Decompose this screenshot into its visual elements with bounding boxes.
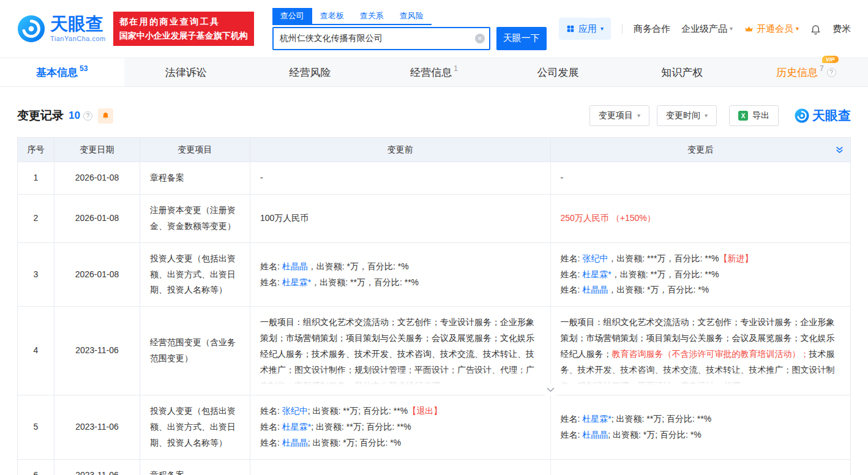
cell-text: 姓名: — [260, 438, 282, 447]
person-link[interactable]: 杜星霖* — [582, 414, 611, 424]
search-tab-company[interactable]: 查公司 — [272, 8, 312, 24]
cell-content: - — [561, 468, 841, 475]
caret-down-icon: ▾ — [600, 26, 604, 32]
tianyancha-logo-icon — [17, 15, 45, 43]
clear-search-icon[interactable]: ✕ — [475, 34, 485, 43]
cell-text: 【新进】 — [719, 253, 754, 263]
export-button[interactable]: X 导出 — [729, 105, 779, 126]
apps-label: 应用 — [578, 23, 597, 35]
expand-all-icon[interactable] — [835, 145, 844, 154]
person-link[interactable]: 杜星霖* — [282, 422, 311, 432]
row-before: - — [250, 162, 551, 195]
tab-history-info[interactable]: VIP 历史信息 7 ? — [744, 58, 868, 86]
caret-down-icon: ▾ — [730, 26, 733, 32]
tab-basic-info[interactable]: 基本信息 53 — [0, 58, 124, 86]
person-link[interactable]: 张纪中 — [582, 253, 608, 263]
person-link[interactable]: 张纪中 — [282, 406, 308, 416]
cell-text: 250万人民币 （+150%） — [561, 213, 656, 223]
cell-content: 250万人民币 （+150%） — [561, 211, 841, 226]
change-records-table: 序号 变更日期 变更项目 变更前 变更后 12026-01-08章程备案--22… — [17, 137, 851, 475]
row-before: 100万人民币 — [250, 194, 551, 242]
person-link[interactable]: 杜晶晶 — [282, 261, 308, 271]
cell-text: 教育咨询服务（不含涉许可审批的教育培训活动）； — [612, 349, 809, 359]
tab-count: 53 — [80, 64, 88, 73]
row-change-item: 经营范围变更（含业务范围变更） — [140, 307, 250, 395]
person-link[interactable]: 杜星霖* — [582, 269, 611, 279]
cell-text: ; 出资额: **万; 百分比: **% — [311, 422, 411, 432]
help-icon[interactable]: ? — [83, 111, 92, 121]
cell-text: 一般项目：组织文化艺术交流活动；文艺创作；专业设计服务；企业形象策划；市场营销策… — [260, 317, 534, 387]
cell-text: ，出资额: ***万，百分比: **% — [608, 253, 719, 263]
subscribe-bell-icon[interactable] — [98, 108, 113, 124]
top-menu: 应用 ▾ 商务合作 企业级产品 ▾ 开通会员 ▾ 费米 — [559, 18, 851, 40]
row-before: 姓名: 张纪中; 出资额: **万; 百分比: **%【退出】姓名: 杜星霖*;… — [250, 395, 551, 460]
menu-divider — [622, 24, 623, 34]
help-icon[interactable]: ? — [827, 68, 836, 77]
user-account[interactable]: 费米 — [832, 23, 851, 35]
row-seq: 3 — [18, 242, 54, 307]
row-before: 姓名: 杜晶晶，出资额: *万，百分比: *%姓名: 杜星霖*，出资额: **万… — [250, 242, 551, 307]
caret-down-icon: ▾ — [705, 113, 708, 119]
enterprise-label: 企业级产品 — [681, 23, 727, 35]
row-seq: 4 — [18, 307, 54, 395]
filter-change-time-button[interactable]: 变更时间 ▾ — [657, 105, 717, 126]
person-link[interactable]: 杜晶晶 — [282, 438, 308, 447]
tianyancha-watermark: 天眼查 — [795, 107, 851, 124]
tab-company-development[interactable]: 公司发展 — [496, 58, 620, 86]
cell-text: 【退出】 — [408, 406, 442, 416]
open-vip-label: 开通会员 — [757, 23, 793, 35]
menu-item-enterprise[interactable]: 企业级产品 ▾ — [681, 23, 733, 35]
tab-operating-risk[interactable]: 经营风险 — [248, 58, 372, 86]
cell-content: - — [561, 170, 841, 186]
promo-line-2: 国家中小企业发展子基金旗下机构 — [119, 30, 248, 42]
cell-text: - — [561, 173, 564, 182]
watermark-label: 天眼查 — [812, 107, 851, 124]
excel-icon: X — [738, 111, 748, 121]
tab-legal-litigation[interactable]: 法律诉讼 — [124, 58, 249, 86]
cell-content: 100万人民币 — [260, 211, 541, 226]
row-after: - — [550, 460, 851, 475]
person-link[interactable]: 杜晶晶 — [582, 285, 608, 294]
col-change-item: 变更项目 — [140, 138, 250, 162]
row-date: 2026-01-08 — [54, 242, 140, 307]
tab-business-info[interactable]: 经营信息 1 — [372, 58, 496, 86]
tianyancha-logo-icon — [795, 108, 809, 123]
search-tab-risk[interactable]: 查风险 — [392, 8, 432, 24]
menu-item-cooperation[interactable]: 商务合作 — [634, 23, 670, 35]
promo-line-1: 都在用的商业查询工具 — [119, 16, 248, 28]
cell-content: 一般项目：组织文化艺术交流活动；文艺创作；专业设计服务；企业形象策划；市场营销策… — [260, 315, 541, 387]
search-input[interactable] — [272, 27, 490, 50]
cell-text: - — [561, 470, 564, 475]
cell-text: 姓名: — [260, 422, 282, 432]
change-line: - — [260, 468, 541, 475]
person-link[interactable]: 杜晶晶 — [582, 430, 608, 439]
cell-text: 姓名: — [561, 253, 583, 263]
cell-content: 一般项目：组织文化艺术交流活动；文艺创作；专业设计服务；企业形象策划；市场营销策… — [561, 315, 841, 387]
change-line: 250万人民币 （+150%） — [561, 211, 841, 226]
notifications-bell-icon[interactable] — [810, 23, 821, 35]
row-seq: 6 — [18, 460, 54, 475]
change-line: - — [260, 170, 541, 186]
section-count: 10 — [69, 110, 80, 122]
apps-menu-button[interactable]: 应用 ▾ — [559, 18, 611, 40]
company-nav-tabs: 基本信息 53 法律诉讼 经营风险 经营信息 1 公司发展 知识产权 VIP 历… — [0, 58, 868, 87]
person-link[interactable]: 杜星霖* — [282, 277, 311, 287]
search-type-tabs: 查公司 查老板 查关系 查风险 — [272, 8, 432, 25]
row-date: 2023-11-06 — [54, 395, 140, 460]
expand-row-icon[interactable] — [545, 384, 556, 395]
tianyancha-logo[interactable]: 天眼查 TianYanCha.com — [17, 15, 106, 43]
search-button[interactable]: 天眼一下 — [496, 27, 547, 50]
tab-intellectual-property[interactable]: 知识产权 — [620, 58, 744, 86]
menu-item-open-vip[interactable]: 开通会员 ▾ — [744, 23, 799, 35]
change-line: 姓名: 杜晶晶，出资额: *万，百分比: *% — [260, 259, 541, 275]
filter-change-item-button[interactable]: 变更项目 ▾ — [589, 105, 649, 126]
cell-text: 姓名: — [561, 269, 583, 279]
search-tab-boss[interactable]: 查老板 — [312, 8, 352, 24]
row-change-item: 章程备案 — [140, 162, 250, 195]
cell-text: 100万人民币 — [260, 213, 309, 223]
cell-text: ，出资额: **万，百分比: **% — [612, 269, 719, 279]
search-tab-relation[interactable]: 查关系 — [352, 8, 392, 24]
cell-text: ; 出资额: **万; 百分比: **% — [308, 406, 408, 416]
table-row: 22026-01-08注册资本变更（注册资金、资金数额等变更）100万人民币25… — [18, 194, 851, 242]
change-line: 姓名: 张纪中，出资额: ***万，百分比: **%【新进】 — [561, 251, 841, 267]
